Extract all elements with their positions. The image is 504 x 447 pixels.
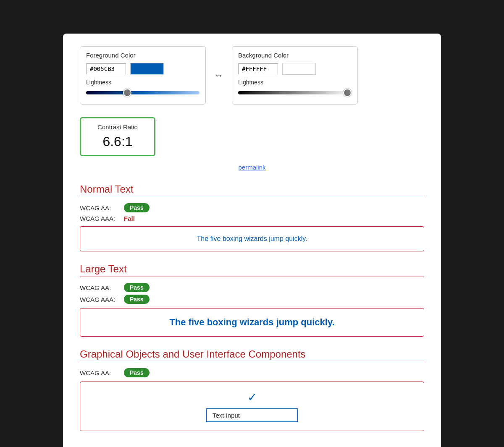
large-text-wcag-checks: WCAG AA: Pass WCAG AAA: Pass	[80, 283, 424, 304]
graphical-wcag-aa-label: WCAG AA:	[80, 369, 120, 376]
background-slider-wrapper	[238, 88, 352, 97]
large-wcag-aa-row: WCAG AA: Pass	[80, 283, 424, 292]
large-wcag-aa-label: WCAG AA:	[80, 284, 120, 291]
normal-text-section: Normal Text WCAG AA: Pass WCAG AAA: Fail…	[80, 183, 424, 251]
contrast-suffix: :1	[121, 134, 133, 149]
normal-text-title: Normal Text	[80, 183, 424, 197]
large-text-preview: The five boxing wizards jump quickly.	[169, 317, 334, 327]
normal-wcag-aa-badge: Pass	[124, 203, 150, 212]
large-text-title: Large Text	[80, 263, 424, 277]
foreground-lightness-slider[interactable]	[86, 88, 200, 97]
normal-text-preview-box: The five boxing wizards jump quickly.	[80, 226, 424, 251]
text-input-preview[interactable]	[206, 408, 298, 422]
background-color-box: Background Color Lightness	[232, 46, 358, 105]
color-pickers-row: Foreground Color Lightness ↔ Background …	[80, 46, 424, 105]
graphical-wcag-aa-badge: Pass	[124, 368, 150, 377]
foreground-title: Foreground Color	[86, 52, 200, 59]
foreground-color-box: Foreground Color Lightness	[80, 46, 206, 105]
contrast-value: 6.6:1	[89, 132, 146, 150]
swap-button[interactable]: ↔	[214, 70, 223, 81]
large-wcag-aaa-badge: Pass	[124, 295, 150, 304]
large-text-section: Large Text WCAG AA: Pass WCAG AAA: Pass …	[80, 263, 424, 337]
checkmark-icon: ✓	[89, 390, 415, 404]
foreground-lightness-label: Lightness	[86, 79, 200, 86]
foreground-swatch	[130, 63, 164, 75]
background-lightness-label: Lightness	[238, 79, 352, 86]
foreground-hex-input[interactable]	[86, 63, 126, 74]
background-input-row	[238, 63, 352, 75]
contrast-box: Contrast Ratio 6.6:1	[80, 117, 155, 156]
large-wcag-aaa-row: WCAG AAA: Pass	[80, 295, 424, 304]
background-title: Background Color	[238, 52, 352, 59]
normal-text-preview: The five boxing wizards jump quickly.	[197, 235, 307, 242]
normal-wcag-aa-row: WCAG AA: Pass	[80, 203, 424, 212]
graphical-preview-box: ✓	[80, 382, 424, 431]
contrast-label: Contrast Ratio	[89, 123, 146, 131]
foreground-input-row	[86, 63, 200, 75]
background-lightness-slider[interactable]	[238, 88, 352, 97]
background-hex-input[interactable]	[238, 63, 278, 74]
graphical-wcag-checks: WCAG AA: Pass	[80, 368, 424, 377]
large-wcag-aaa-label: WCAG AAA:	[80, 296, 120, 303]
permalink-link[interactable]: permalink	[80, 164, 424, 171]
normal-wcag-aaa-label: WCAG AAA:	[80, 215, 120, 222]
contrast-section: Contrast Ratio 6.6:1	[80, 117, 424, 160]
normal-wcag-aaa-row: WCAG AAA: Fail	[80, 215, 424, 222]
main-card: Foreground Color Lightness ↔ Background …	[63, 34, 441, 447]
foreground-slider-wrapper	[86, 88, 200, 97]
graphical-title: Graphical Objects and User Interface Com…	[80, 348, 424, 362]
graphical-wcag-aa-row: WCAG AA: Pass	[80, 368, 424, 377]
contrast-number: 6.6	[102, 134, 121, 149]
large-text-preview-box: The five boxing wizards jump quickly.	[80, 308, 424, 337]
normal-wcag-aaa-badge: Fail	[124, 215, 135, 222]
graphical-section: Graphical Objects and User Interface Com…	[80, 348, 424, 431]
normal-text-wcag-checks: WCAG AA: Pass WCAG AAA: Fail	[80, 203, 424, 222]
background-swatch	[282, 63, 316, 75]
normal-wcag-aa-label: WCAG AA:	[80, 204, 120, 212]
large-wcag-aa-badge: Pass	[124, 283, 150, 292]
